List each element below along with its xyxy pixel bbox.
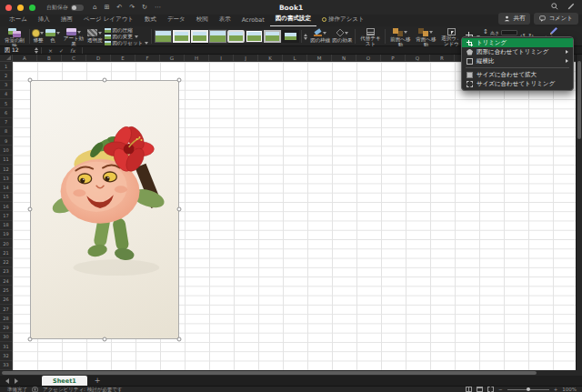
- zoom-level[interactable]: 100%: [562, 387, 577, 392]
- row-header-22[interactable]: 22: [0, 258, 12, 267]
- autosave-toggle[interactable]: [71, 5, 84, 11]
- row-header-23[interactable]: 23: [0, 267, 12, 276]
- row-header-5[interactable]: 5: [0, 99, 12, 108]
- row-header-1[interactable]: 1: [0, 62, 12, 71]
- row-header-25[interactable]: 25: [0, 286, 12, 295]
- column-header-M[interactable]: M: [307, 55, 332, 61]
- row-header-27[interactable]: 27: [0, 305, 12, 314]
- name-box[interactable]: 図 12: [0, 47, 42, 54]
- selection-handle-top-left[interactable]: [28, 78, 33, 83]
- menu-item-fill[interactable]: サイズに合わせて拡大: [462, 70, 573, 79]
- corrections-button[interactable]: 修整: [33, 27, 44, 45]
- row-header-3[interactable]: 3: [0, 81, 12, 90]
- menu-item-crop[interactable]: トリミング: [462, 38, 573, 47]
- color-button[interactable]: 色: [45, 27, 60, 45]
- row-header-6[interactable]: 6: [0, 108, 12, 117]
- ribbon-tab-7[interactable]: 表示: [214, 14, 236, 26]
- column-header-F[interactable]: F: [135, 55, 160, 61]
- row-header-2[interactable]: 2: [0, 71, 12, 80]
- row-header-29[interactable]: 29: [0, 323, 12, 332]
- row-header-15[interactable]: 15: [0, 193, 12, 202]
- minimize-button[interactable]: [17, 5, 24, 11]
- page-break-preview-icon[interactable]: [487, 387, 494, 392]
- transparency-button[interactable]: 透明度: [87, 27, 103, 45]
- selection-handle-bottom[interactable]: [103, 337, 107, 342]
- ribbon-tab-4[interactable]: 数式: [139, 14, 162, 26]
- maximize-button[interactable]: [29, 5, 35, 11]
- column-header-K[interactable]: K: [258, 55, 283, 61]
- row-header-8[interactable]: 8: [0, 127, 12, 136]
- row-header-18[interactable]: 18: [0, 221, 12, 230]
- add-sheet-button[interactable]: +: [87, 376, 108, 386]
- menu-item-aspect-ratio[interactable]: 縦横比: [462, 56, 573, 65]
- picture-style-5[interactable]: [227, 30, 245, 43]
- remove-background-button[interactable]: 背景の削除: [3, 27, 26, 45]
- ribbon-tab-10[interactable]: 操作アシスト: [316, 14, 370, 26]
- vertical-scrollbar-thumb[interactable]: [577, 61, 581, 139]
- home-icon[interactable]: ⌂: [93, 4, 96, 11]
- more-commands-icon[interactable]: ⋯: [155, 4, 161, 11]
- accessibility-icon[interactable]: [32, 387, 38, 392]
- row-header-14[interactable]: 14: [0, 183, 12, 192]
- row-header-9[interactable]: 9: [0, 136, 12, 146]
- column-header-Q[interactable]: Q: [406, 55, 430, 61]
- autosave-control[interactable]: 自動保存: [46, 4, 84, 12]
- picture-style-2[interactable]: [173, 30, 190, 43]
- enter-icon[interactable]: ✓: [59, 47, 64, 54]
- close-button[interactable]: [5, 5, 12, 11]
- compress-picture-button[interactable]: 図の圧縮: [105, 27, 149, 33]
- stepper-down-icon[interactable]: [35, 51, 38, 54]
- ribbon-tab-2[interactable]: 描画: [55, 14, 78, 26]
- selection-handle-top[interactable]: [103, 78, 107, 83]
- apps-icon[interactable]: ⊞: [104, 4, 109, 11]
- redo-icon[interactable]: ↷: [129, 4, 135, 11]
- selection-pane-button[interactable]: 選択ウィンドウ: [439, 27, 458, 45]
- row-header-16[interactable]: 16: [0, 202, 12, 211]
- picture-style-7[interactable]: [264, 30, 281, 43]
- change-picture-button[interactable]: 図の変更: [105, 34, 149, 39]
- selected-picture[interactable]: [30, 80, 179, 339]
- ribbon-tab-0[interactable]: ホーム: [4, 14, 33, 26]
- selection-handle-bottom-right[interactable]: [177, 337, 182, 342]
- row-header-30[interactable]: 30: [0, 333, 12, 342]
- shape-height-field[interactable]: ↕ 高さ: [483, 29, 517, 35]
- comments-button[interactable]: コメント: [534, 13, 578, 25]
- picture-style-1[interactable]: [155, 30, 172, 43]
- menu-item-crop-to-shape[interactable]: 図形に合わせてトリミング: [462, 47, 573, 56]
- ribbon-tab-9[interactable]: 図の書式設定: [270, 13, 316, 26]
- column-header-C[interactable]: C: [62, 55, 86, 61]
- column-header-P[interactable]: P: [381, 55, 406, 61]
- ribbon-tab-1[interactable]: 挿入: [33, 14, 55, 26]
- insert-function-icon[interactable]: fx: [70, 47, 75, 54]
- row-header-21[interactable]: 21: [0, 248, 12, 257]
- selection-handle-right[interactable]: [177, 207, 182, 212]
- row-header-26[interactable]: 26: [0, 296, 12, 305]
- selection-handle-bottom-left[interactable]: [28, 337, 33, 342]
- search-icon[interactable]: [551, 3, 558, 10]
- send-backward-button[interactable]: 背面へ移動: [414, 27, 437, 45]
- column-header-L[interactable]: L: [283, 55, 307, 61]
- selection-handle-top-right[interactable]: [177, 78, 182, 83]
- zoom-in-icon[interactable]: +: [554, 387, 558, 392]
- row-header-12[interactable]: 12: [0, 165, 12, 174]
- row-header-32[interactable]: 32: [0, 351, 12, 360]
- column-header-B[interactable]: B: [37, 55, 62, 61]
- vertical-scrollbar[interactable]: [576, 55, 582, 370]
- row-header-10[interactable]: 10: [0, 146, 12, 155]
- picture-border-button[interactable]: 図の枠線: [310, 27, 330, 45]
- row-header-11[interactable]: 11: [0, 156, 12, 165]
- ribbon-tab-5[interactable]: データ: [162, 14, 191, 26]
- row-header-31[interactable]: 31: [0, 342, 12, 351]
- picture-style-3[interactable]: [191, 30, 208, 43]
- zoom-out-icon[interactable]: −: [498, 387, 503, 392]
- menu-item-fit[interactable]: サイズに合わせてトリミング: [462, 79, 573, 88]
- column-header-J[interactable]: J: [234, 55, 258, 61]
- ribbon-tab-8[interactable]: Acrobat: [236, 15, 270, 26]
- gallery-more-button[interactable]: [301, 30, 308, 43]
- reset-picture-button[interactable]: 図のリセット: [105, 40, 149, 45]
- next-sheet-icon[interactable]: [15, 378, 18, 384]
- row-header-20[interactable]: 20: [0, 239, 12, 248]
- row-header-33[interactable]: 33: [0, 361, 12, 370]
- bring-forward-button[interactable]: 前面へ移動: [388, 27, 412, 45]
- sheet-tab-sheet1[interactable]: Sheet1: [42, 376, 87, 386]
